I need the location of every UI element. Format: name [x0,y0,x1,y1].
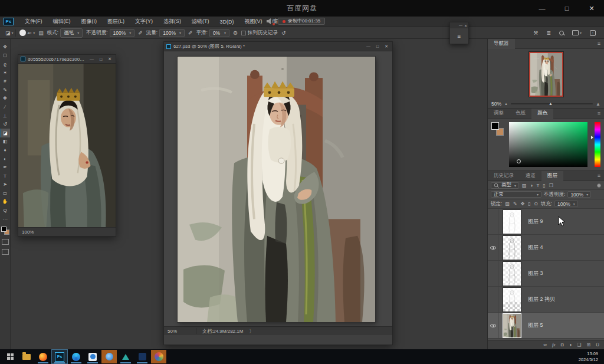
healing-brush-tool[interactable]: ✚ [1,94,10,103]
menu-layer[interactable]: 图层(L) [102,17,130,27]
history-brush-tool[interactable]: ↺ [1,120,10,129]
taskbar-app-teal[interactable] [118,350,133,363]
type-tool[interactable]: T [1,172,10,181]
screen-mode-button[interactable] [2,249,9,255]
mini-minimize-button[interactable]: — [459,24,462,27]
tab-history[interactable]: 历史记录 [488,171,520,181]
adjustments-sliders-icon[interactable]: ≣ [546,30,551,36]
menu-view[interactable]: 视图(V) [239,17,268,27]
taskbar-file-explorer[interactable] [19,350,34,363]
menu-type[interactable]: 文字(Y) [130,17,158,27]
lasso-tool[interactable]: ϱ [1,60,10,68]
taskbar-clock[interactable]: 13:09 2024/5/12 [579,351,604,363]
tab-layers[interactable]: 图层 [541,171,563,181]
document-titlebar[interactable]: 627.psd @ 50% (图层 5, RGB/8) * — □ ✕ [164,42,392,51]
menu-edit[interactable]: 编辑(E) [48,17,76,27]
reference-close-button[interactable]: ✕ [106,57,113,61]
document-minimize-button[interactable]: — [365,44,372,48]
search-icon[interactable] [559,31,564,35]
brush-preset-picker[interactable]: 40 ▾ [19,29,35,36]
tab-navigator[interactable]: 导航器 [488,39,515,49]
maximize-button[interactable]: □ [554,0,579,17]
path-selection-tool[interactable]: ➤ [1,181,10,189]
lock-all-icon[interactable]: Ω [534,201,539,206]
move-tool[interactable]: ✥ [1,42,10,51]
adjustment-layer-icon[interactable]: ◑ [569,343,572,347]
tool-preset-picker[interactable]: ◪ ▾ [4,29,16,37]
filter-adjustment-layers-icon[interactable]: ◑ [530,183,534,188]
document-close-button[interactable]: ✕ [383,44,390,49]
erase-to-history-checkbox[interactable] [241,31,246,35]
reference-minimize-button[interactable]: — [88,57,96,61]
share-icon[interactable]: ↑ [590,30,596,36]
lock-pixels-icon[interactable]: ✎ [513,201,518,206]
layer-visibility-toggle[interactable] [488,287,498,312]
taskbar-app-navy[interactable] [134,350,150,363]
filter-pixel-layers-icon[interactable]: ▨ [521,183,527,188]
crop-tool[interactable]: # [1,77,10,86]
foreground-background-swatches[interactable] [1,227,9,235]
mini-panel-icon[interactable]: ≡ [450,28,468,44]
color-field-marker[interactable] [517,159,521,163]
fill-select[interactable]: 100% ▾ [554,201,578,207]
magic-wand-tool[interactable]: ✶ [1,68,10,77]
layer-row-2-copy[interactable]: 图层 2 拷贝 [488,287,604,313]
brush-tool[interactable]: ∕ [1,103,10,112]
blend-mode-select[interactable]: 正常 ▾ [491,191,541,198]
navigator-thumbnail[interactable] [529,52,563,97]
new-layer-icon[interactable]: ⊞ [587,343,591,347]
document-maximize-button[interactable]: □ [375,44,380,48]
mini-close-button[interactable]: ✕ [464,24,467,28]
eyedropper-tool[interactable]: ✎ [1,86,10,94]
zoom-out-icon[interactable]: ▲ [504,102,508,106]
mode-select[interactable]: 画笔 ▾ [60,28,83,38]
navigator-zoom-value[interactable]: 50% [491,101,501,107]
marquee-tool[interactable]: ◻ [1,51,10,60]
link-layers-icon[interactable]: ∞ [543,343,547,347]
menu-file[interactable]: 文件(F) [19,17,48,27]
eraser-tool[interactable]: ◪ [1,129,10,137]
menu-image[interactable]: 图像(I) [76,17,103,27]
hue-slider-marker[interactable] [591,122,594,167]
hand-tool[interactable]: ✋ [1,198,10,206]
history-brush-options-icon[interactable]: ↺ [281,30,286,36]
taskbar-photoshop[interactable]: Ps [52,350,67,363]
layer-mask-icon[interactable]: ◘ [561,343,564,347]
menu-3d[interactable]: 3D(D) [215,18,239,26]
layer-row-4[interactable]: 图层 4 [488,235,604,261]
airbrush-icon[interactable]: ✐ [188,30,193,36]
filter-type-layers-icon[interactable]: T [536,183,540,188]
layer-opacity-select[interactable]: 100% ▾ [567,191,591,198]
minimize-button[interactable]: — [530,0,554,17]
opacity-select[interactable]: 100% ▾ [110,29,135,37]
menu-filter[interactable]: 滤镜(T) [186,17,215,27]
pressure-opacity-icon[interactable]: ✐ [138,30,143,36]
workspace-switcher[interactable]: ▾ [572,30,582,35]
toolbar-toggle-icon[interactable]: ⚒ [533,30,538,36]
layer-row-9[interactable]: 图层 9 [488,209,604,235]
statusbar-arrow-icon[interactable]: 〉 [249,328,254,335]
layer-visibility-toggle[interactable] [488,261,498,286]
clone-stamp-tool[interactable]: ⊥ [1,112,10,120]
tab-channels[interactable]: 通道 [520,171,541,181]
tab-color[interactable]: 颜色 [531,109,553,119]
foreground-color-swatch[interactable] [491,122,499,130]
saturation-brightness-field[interactable] [509,122,587,167]
lock-transparency-icon[interactable]: ▨ [504,201,510,206]
layer-name[interactable]: 图层 2 拷贝 [528,296,555,303]
hue-slider[interactable] [595,122,600,167]
quick-mask-button[interactable] [2,239,9,245]
layer-thumbnail[interactable] [503,314,521,337]
brush-panel-toggle[interactable]: ▤ [38,30,44,36]
photoshop-logo[interactable]: Ps [4,18,14,25]
flow-select[interactable]: 100% ▾ [159,29,185,37]
navigator-preview[interactable] [488,49,604,100]
layer-filter-select[interactable]: 类型 ▾ [491,182,519,189]
layer-name[interactable]: 图层 9 [528,218,543,225]
tab-swatches[interactable]: 色板 [510,109,531,119]
filter-shape-layers-icon[interactable]: ▯ [542,183,546,188]
tab-adjustments[interactable]: 调整 [488,109,510,119]
smoothing-gear-icon[interactable]: ⚙ [233,30,238,36]
document-window[interactable]: 627.psd @ 50% (图层 5, RGB/8) * — □ ✕ 50% … [163,41,393,345]
reference-image-window[interactable]: d0555520c67179e3c3001c8... — □ ✕ 100% [18,54,116,237]
